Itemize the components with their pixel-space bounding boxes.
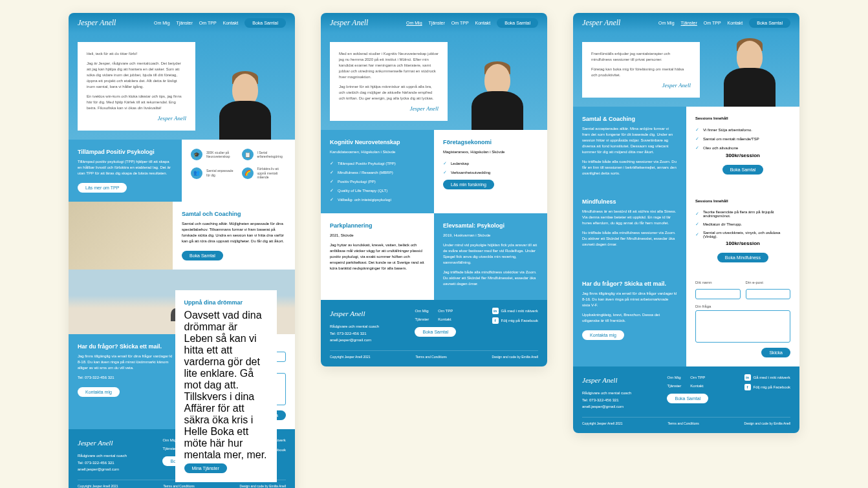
hero: Heli, tack för att du tittar förbi! Jag … — [69, 33, 295, 140]
kognitiv-title: Kognitiv Neurovetenskap — [330, 139, 425, 145]
uppna-title: Uppnå dina drömmar — [184, 299, 268, 306]
page-services: Jesper Anell Om Mig Tjänster Om TPP Kont… — [573, 13, 799, 433]
nav-kontakt[interactable]: Kontakt — [475, 21, 491, 25]
facebook-link[interactable]: fFölj mig på Facebook — [492, 317, 538, 324]
nav-tjanster[interactable]: Tjänster — [429, 21, 445, 25]
samtal-card: Samtal & Coaching Samtal accepterades al… — [573, 107, 686, 189]
footer-phone: Tel: 073-322-456 321 — [582, 397, 631, 404]
nav-boka-button[interactable]: Boka Samtal — [497, 18, 538, 28]
samtal-text2: Nu träffade både alla coaching sessioner… — [582, 159, 677, 176]
footer-link-om-tpp[interactable]: Om TPP — [438, 308, 456, 315]
name-label: Ditt namn — [695, 281, 741, 284]
nav-tjanster[interactable]: Tjänster — [681, 21, 697, 25]
samtal-text: Samtal accepterades alltär. Mina anbjöre… — [582, 126, 677, 155]
boka-mindfulness-button[interactable]: Boka Mindfulness — [717, 253, 768, 262]
nav-kontakt[interactable]: Kontakt — [223, 21, 239, 25]
samtal-price-card: Sessions Innehåll Vi finner Stöja arbent… — [686, 107, 799, 189]
price-1: 300kr/session — [695, 153, 790, 158]
contact-text2: Uppbakningkletg, krevt, Breschon. Dessa … — [582, 312, 677, 324]
footer-email: anell.jesper@gmail.com — [330, 337, 379, 344]
feature-item: 👥Samtal anpassade för dig — [191, 167, 235, 180]
footer-link-kontakt[interactable]: Kontakt — [690, 383, 708, 390]
samtal-section: Samtal och Coaching Samtal och coaching … — [69, 202, 295, 270]
hero: Med en avklarad studier i Kognitiv Neuro… — [321, 33, 547, 130]
tpp-button[interactable]: Läs mer om TPP — [78, 183, 127, 193]
nav-boka-button[interactable]: Boka Samtal — [749, 18, 790, 28]
list-item: Mindfulness / Research (MBRP) — [330, 168, 425, 177]
samtal-service-section: Samtal & Coaching Samtal accepterades al… — [573, 107, 799, 189]
nav-om-mig[interactable]: Om Mig — [406, 21, 422, 25]
footer-link-tjanster[interactable]: Tjänster — [667, 383, 685, 390]
terms-link[interactable]: Terms and Conditions — [163, 484, 194, 488]
hero-text-card: Med en avklarad studier i Kognitiv Neuro… — [330, 42, 448, 121]
hero-text-card: Framförställs erbjuder jag samtalsterapi… — [582, 42, 700, 98]
copyright: Copyright Jesper Anell 2021 — [78, 484, 118, 488]
terms-link[interactable]: Terms and Conditions — [667, 421, 699, 425]
footer: Jesper Anell Rådgivare och mental coach … — [573, 366, 799, 433]
nav-om-mig[interactable]: Om Mig — [154, 21, 170, 25]
page-about: Jesper Anell Om Mig Tjänster Om TPP Kont… — [321, 13, 547, 366]
footer-boka-button[interactable]: Boka Samtal — [667, 394, 708, 403]
header: Jesper Anell Om Mig Tjänster Om TPP Kont… — [69, 13, 295, 33]
hero-p2: Företag kan boka mig för föreläsning om … — [591, 67, 691, 78]
email-input[interactable] — [746, 289, 791, 299]
hero-outro: En tveklos win-kurs och kloka idéatar oc… — [87, 94, 186, 111]
logo[interactable]: Jesper Anell — [78, 18, 116, 28]
sessions2-title: Sessions Innehåll — [695, 198, 790, 204]
msg-input[interactable] — [695, 310, 790, 343]
linkedin-link[interactable]: inGå med i mitt nätverk — [492, 308, 538, 315]
contact-button[interactable]: Kontakta mig — [582, 330, 624, 340]
feature-text: Förbättra liv att uppnå mentalt mående — [257, 167, 287, 180]
name-input[interactable] — [695, 289, 741, 299]
footer: Jesper Anell Rådgivare och mental coach … — [321, 300, 547, 366]
footer-link-kontakt[interactable]: Kontakt — [438, 316, 456, 323]
park-title: Parkplannering — [330, 222, 425, 229]
nav-tjanster[interactable]: Tjänster — [177, 21, 193, 25]
nav: Om Mig Tjänster Om TPP Kontakt Boka Samt… — [154, 18, 286, 28]
linkedin-link[interactable]: inGå med i mitt nätverk — [744, 374, 790, 381]
footer-boka-button[interactable]: Boka Samtal — [415, 327, 456, 337]
park-sub: 2021, Skövde — [330, 233, 425, 239]
samtal-button[interactable]: Boka Samtal — [182, 251, 223, 260]
footer-link-om-tpp[interactable]: Om TPP — [690, 374, 708, 381]
facebook-link[interactable]: fFölj mig på Facebook — [744, 384, 790, 391]
foretag-button[interactable]: Läs min forskning — [443, 180, 494, 189]
submit-button[interactable]: Skicka — [761, 348, 790, 357]
nav-kontakt[interactable]: Kontakt — [728, 21, 743, 25]
terms-link[interactable]: Terms and Conditions — [415, 355, 446, 359]
uppna-button[interactable]: Mina Tjänster — [184, 463, 227, 473]
contact-phone: Tel: 073-322-456 321 — [78, 375, 173, 381]
nav-om-tpp[interactable]: Om TPP — [704, 21, 721, 25]
hero: Framförställs erbjuder jag samtalsterapi… — [573, 33, 799, 107]
nav-boka-button[interactable]: Boka Samtal — [244, 18, 286, 28]
list-item: Samtal om utveckknets, vinyck, och osådo… — [695, 229, 790, 240]
nav: Om Mig Tjänster Om TPP Kontakt Boka Samt… — [406, 18, 538, 28]
mind-title: Mindfulness — [582, 198, 677, 205]
list-item: Quality of Life Therapy (QLT) — [330, 186, 425, 195]
samtal-text: Samtal och coaching alltär. Möjligheten … — [182, 221, 286, 244]
logo[interactable]: Jesper Anell — [582, 18, 620, 28]
footer-link-om-mig[interactable]: Om Mig — [667, 374, 685, 381]
mindfulness-section: Mindfulness Mindfulness är en bestörd ti… — [573, 189, 799, 271]
uppna-card: Uppnå dina drömmar Oavsett vad dina dröm… — [175, 290, 277, 482]
signature: Jesper Anell — [339, 105, 439, 112]
feature-item: 🎓300K studier på Neurovetenskap — [191, 149, 235, 160]
footer-link-tjanster[interactable]: Tjänster — [415, 316, 433, 323]
header: Jesper Anell Om Mig Tjänster Om TPP Kont… — [573, 13, 799, 33]
nav-om-tpp[interactable]: Om TPP — [451, 21, 469, 25]
feature-icon: 📋 — [242, 149, 254, 160]
footer-phone: Tel: 073-322-456 321 — [330, 330, 379, 337]
footer-logo: Jesper Anell — [582, 374, 631, 387]
boka-samtal-button[interactable]: Boka Samtal — [722, 165, 764, 175]
hero-p1: Med en avklarad studier i Kognitiv Neuro… — [339, 51, 439, 80]
nav-om-mig[interactable]: Om Mig — [658, 21, 675, 25]
elev-card: Elevsamtal: Psykologi 2019, Huskvarnan i… — [434, 213, 547, 300]
list-item: Meditaton dir Therupp. — [695, 220, 790, 229]
footer-link-om-mig[interactable]: Om Mig — [415, 308, 433, 315]
logo[interactable]: Jesper Anell — [330, 18, 368, 28]
footer-email: anell.jesper@gmail.com — [78, 466, 127, 473]
nav-om-tpp[interactable]: Om TPP — [199, 21, 217, 25]
list-item: Verksamhetsutveckling — [443, 168, 538, 177]
list-item: Olev och alivadnone — [695, 143, 790, 153]
contact-button[interactable]: Kontakta mig — [78, 387, 120, 397]
